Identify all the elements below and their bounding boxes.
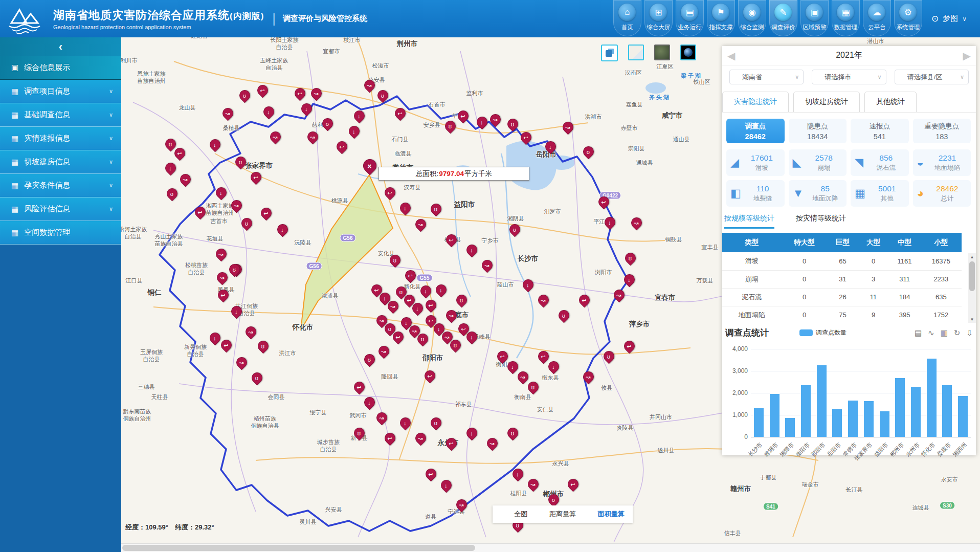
chart-bar[interactable]	[927, 359, 937, 437]
map-place-label: 嘉鱼县	[626, 101, 643, 108]
table-row[interactable]: 滑坡0 650 116116375	[722, 252, 962, 270]
nav-item[interactable]: ✎ 调查评价	[769, 0, 797, 36]
map-place-label: 沅陵县	[295, 239, 311, 247]
menu-item-grid-icon: ▦	[11, 134, 18, 143]
nav-item[interactable]: ⚙ 系统管理	[894, 0, 922, 36]
eye-icon[interactable]: ⊙	[931, 13, 939, 24]
table-row[interactable]: 地面塌陷0 759 3951752	[722, 306, 962, 323]
summary-card[interactable]: 隐患点 18434	[789, 119, 847, 143]
sidebar-menu-item[interactable]: ▣ 综合信息展示	[0, 56, 121, 80]
chart-bar[interactable]	[848, 401, 858, 437]
chart-plot: 01,0002,0003,0004,000长沙市株洲市湘潭市衡阳市邵阳市岳阳市常…	[751, 349, 971, 437]
chart-bar[interactable]	[864, 401, 874, 437]
nav-item[interactable]: ⚑ 指挥支撑	[707, 0, 735, 36]
nav-item[interactable]: ▦ 数据管理	[832, 0, 860, 36]
app-root: 湖南省地质灾害防治综合应用系统(内测版) Geological hazard p…	[0, 0, 980, 552]
table-sub-tab[interactable]: 按规模等级统计	[724, 214, 774, 229]
chart-bar[interactable]	[880, 411, 889, 437]
chart-tool-icon[interactable]: ▤	[915, 328, 922, 338]
chart-tool-icon[interactable]: ⇩	[966, 328, 973, 338]
stat-tab[interactable]: 切坡建房统计	[793, 92, 860, 112]
menu-item-chevron-icon: ∨	[109, 159, 113, 165]
chart-bar[interactable]	[832, 409, 842, 437]
chart-tool-icon[interactable]: ▥	[941, 328, 948, 338]
sidebar-menu-item[interactable]: ▦ 风险评估信息 ∨	[0, 197, 121, 221]
nav-item[interactable]: ▣ 区域预警	[800, 0, 829, 36]
chart-bar[interactable]	[801, 385, 811, 437]
table-scrollbar-thumb[interactable]	[969, 261, 975, 291]
stat-tab[interactable]: 灾害隐患统计	[722, 92, 789, 112]
chart-bar[interactable]	[754, 408, 764, 437]
region-select[interactable]: 湖南省 ∨	[729, 70, 804, 84]
map-tool-button[interactable]: ▲ 全图	[501, 509, 527, 519]
horizontal-scrollbar-thumb[interactable]	[122, 545, 475, 551]
nav-item-icon: ⌂	[618, 4, 636, 21]
map-tool-button[interactable]: ▢ 面积量算	[585, 509, 625, 519]
region-select[interactable]: 请选择县/区 ∨	[895, 70, 969, 84]
year-prev-icon[interactable]: ◀	[727, 50, 735, 62]
hazard-type-card[interactable]: ▦ 5001 其他	[851, 180, 909, 207]
region-select[interactable]: 请选择市 ∨	[812, 70, 886, 84]
chart-bar[interactable]	[911, 387, 921, 437]
globe-basemap-thumbnail[interactable]	[680, 45, 696, 60]
chart-bar[interactable]	[895, 378, 905, 437]
tooltip-prefix: 总面积:	[416, 169, 438, 179]
table-row[interactable]: 泥石流0 2611 184635	[722, 288, 962, 306]
summary-card[interactable]: 重要隐患点 183	[913, 119, 971, 143]
horizontal-scrollbar[interactable]	[121, 543, 980, 552]
summary-card[interactable]: 速报点 541	[851, 119, 909, 143]
hazard-type-label: 其他	[881, 194, 894, 203]
hazard-type-card[interactable]: ◒ 2231 地面塌陷	[913, 149, 971, 176]
map-tool-button[interactable]: •–• 距离量算	[536, 509, 576, 519]
chart-tool-icon[interactable]: ↻	[954, 328, 961, 338]
user-box[interactable]: ⊙ 梦图 ∨	[931, 13, 967, 24]
chart-y-tick-label: 0	[744, 433, 748, 440]
map-place-label: 自治县	[125, 233, 142, 240]
scroll-up-icon[interactable]: ▲	[968, 253, 976, 260]
table-sub-tab[interactable]: 按灾情等级统计	[796, 214, 846, 229]
hazard-scale-table: 类型特大型巨型大型中型小型 滑坡0 650 116116375 崩塌0 313	[722, 233, 962, 323]
sidebar-menu-item[interactable]: ▦ 孕灾条件信息 ∨	[0, 174, 121, 197]
map-place-label: 洪湖市	[585, 113, 602, 121]
nav-item[interactable]: ⊞ 综合大屏	[644, 0, 673, 36]
sidebar-menu-item[interactable]: ▦ 灾情速报信息 ∨	[0, 127, 121, 150]
layers-toggle-button[interactable]	[601, 45, 618, 61]
hazard-type-card[interactable]: ◧ 110 地裂缝	[726, 180, 785, 207]
map-place-label: 祁东县	[455, 401, 472, 408]
year-next-icon[interactable]: ▶	[963, 50, 971, 62]
sidebar-menu-item[interactable]: ▦ 基础调查信息 ∨	[0, 103, 121, 127]
table-row[interactable]: 崩塌0 313 3112233	[722, 270, 962, 288]
sidebar-menu-item[interactable]: ▦ 空间数据管理	[0, 221, 121, 245]
map-place-label: 江口县	[126, 277, 143, 284]
table-vertical-scrollbar[interactable]: ▲ ▼	[968, 253, 976, 323]
chart-bar[interactable]	[817, 365, 827, 437]
chart-bar[interactable]	[770, 394, 779, 437]
chart-tool-icon[interactable]: ∿	[928, 328, 934, 338]
sidebar-collapse-button[interactable]: ‹	[0, 37, 121, 56]
hazard-type-card[interactable]: ◣ 2578 崩塌	[789, 149, 847, 176]
nav-item[interactable]: ▤ 业务运行	[676, 0, 704, 36]
map-place-label: 长沙市	[518, 254, 539, 263]
chart-legend[interactable]: 调查点数量	[799, 328, 847, 337]
nav-item[interactable]: ◉ 综合监测	[738, 0, 766, 36]
logo-icon	[4, 4, 51, 34]
user-chevron-down-icon[interactable]: ∨	[962, 15, 967, 23]
nav-item[interactable]: ⌂ 首页	[613, 0, 641, 36]
hazard-type-card[interactable]: ◕ 28462 总计	[913, 180, 971, 207]
sidebar-menu-item[interactable]: ▦ 切坡建房信息 ∨	[0, 150, 121, 174]
map-place-label: 攸县	[601, 384, 612, 392]
chart-bar[interactable]	[785, 418, 795, 437]
chart-bar[interactable]	[942, 385, 952, 437]
stat-tab[interactable]: 其他统计	[864, 92, 917, 112]
scroll-down-icon[interactable]: ▼	[968, 316, 976, 323]
satellite-basemap-thumbnail[interactable]	[654, 45, 670, 60]
summary-card[interactable]: 调查点 28462	[726, 119, 785, 143]
sidebar-menu-item[interactable]: ▦ 调查项目信息 ∨	[0, 80, 121, 103]
street-basemap-thumbnail[interactable]	[628, 45, 644, 60]
nav-item[interactable]: ☁ 云平台	[863, 0, 891, 36]
chart-bar[interactable]	[958, 396, 968, 437]
table-header-cell: 小型	[921, 233, 962, 252]
hazard-type-card[interactable]: ▼ 85 地面沉降	[789, 180, 847, 207]
hazard-type-card[interactable]: ◢ 17601 滑坡	[726, 149, 785, 176]
hazard-type-card[interactable]: ◥ 856 泥石流	[851, 149, 909, 176]
